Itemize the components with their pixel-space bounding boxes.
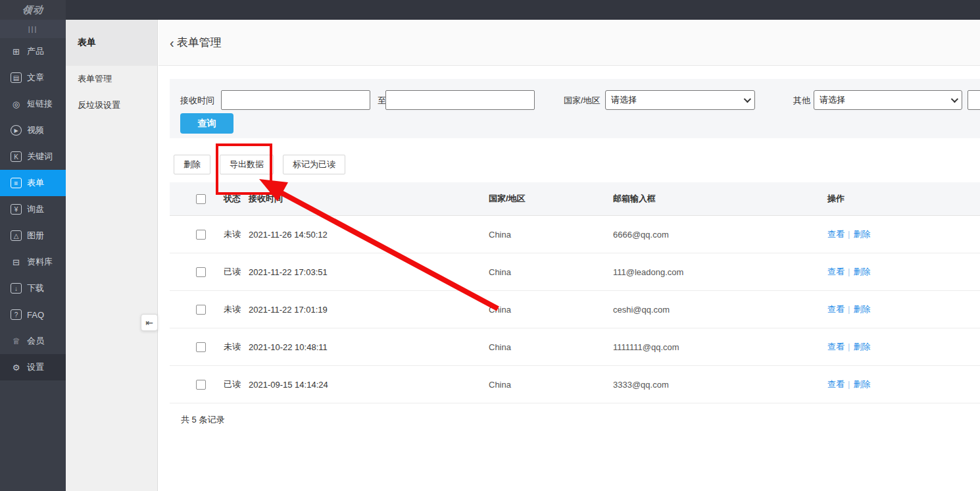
sidebar-item-downloads[interactable]: ↓ 下载	[0, 275, 66, 301]
link-separator: |	[848, 267, 850, 276]
email-cell: 3333@qq.com	[613, 380, 827, 390]
delete-link[interactable]: 删除	[853, 379, 870, 389]
form-clipboard-icon: ≡	[11, 178, 22, 188]
other-select-value: 请选择	[820, 94, 946, 106]
sidebar-item-inquiries[interactable]: ¥ 询盘	[0, 196, 66, 222]
sidebar-item-articles[interactable]: ▤ 文章	[0, 65, 66, 91]
time-cell: 2021-11-26 14:50:12	[249, 230, 489, 240]
country-cell: China	[489, 342, 613, 352]
header-status: 状态	[224, 193, 249, 205]
sidebar-item-library[interactable]: ⊟ 资料库	[0, 249, 66, 275]
sidebar-item-keywords[interactable]: K 关键词	[0, 143, 66, 170]
chevron-down-icon	[951, 95, 958, 103]
country-select[interactable]: 请选择	[605, 90, 755, 110]
view-link[interactable]: 查看	[827, 304, 845, 314]
sidebar-item-label: 关键词	[27, 151, 53, 163]
crown-icon: ♕	[11, 336, 22, 347]
row-checkbox[interactable]	[196, 267, 206, 277]
logo[interactable]: 领动	[0, 0, 66, 20]
sidebar-item-settings[interactable]: ⚙ 设置	[0, 354, 66, 380]
mark-as-read-button[interactable]: 标记为已读	[283, 155, 345, 174]
receive-time-end-input[interactable]	[385, 90, 535, 110]
sidebar-item-label: 短链接	[27, 98, 53, 110]
header-email: 邮箱输入框	[613, 193, 827, 205]
view-link[interactable]: 查看	[827, 267, 845, 276]
receive-time-start-input[interactable]	[221, 90, 370, 110]
time-cell: 2021-11-22 17:01:19	[249, 305, 489, 315]
submenu-panel: 表单 表单管理 反垃圾设置	[66, 20, 158, 491]
link-separator: |	[848, 379, 850, 389]
time-cell: 2021-10-22 10:48:11	[249, 342, 489, 352]
submenu-item-antispam-settings[interactable]: 反垃圾设置	[66, 92, 157, 118]
album-image-icon: △	[11, 230, 22, 241]
header-receive-time: 接收时间	[249, 193, 489, 205]
view-link[interactable]: 查看	[827, 379, 845, 389]
country-cell: China	[489, 305, 613, 315]
sidebar-item-products[interactable]: ⊞ 产品	[0, 38, 66, 65]
header-country: 国家/地区	[489, 193, 613, 205]
collapse-bars-icon: |||	[28, 25, 38, 33]
status-cell: 未读	[224, 341, 249, 353]
sidebar-item-label: 询盘	[27, 203, 44, 215]
submenu-fold-button[interactable]: ⇤	[141, 314, 158, 331]
filter-section: 接收时间 至 国家/地区 请选择 其他 请选择 查询	[170, 79, 980, 138]
page-title: 表单管理	[177, 35, 222, 50]
status-cell: 未读	[224, 303, 249, 315]
sidebar-collapse-toggle[interactable]: |||	[0, 20, 66, 38]
library-icon: ⊟	[11, 257, 22, 268]
inquiry-icon: ¥	[11, 204, 22, 215]
email-cell: 1111111@qq.com	[613, 342, 827, 352]
table-row: 已读 2021-11-22 17:03:51 China 111@leadong…	[170, 253, 980, 291]
edge-cutoff-input[interactable]	[968, 90, 980, 110]
select-all-checkbox[interactable]	[196, 194, 206, 204]
delete-link[interactable]: 删除	[853, 267, 870, 276]
video-play-icon: ▶	[11, 125, 22, 136]
table-row: 未读 2021-11-22 17:01:19 China ceshi@qq.co…	[170, 291, 980, 328]
row-checkbox[interactable]	[196, 380, 206, 390]
email-cell: 111@leadong.com	[613, 267, 827, 277]
sidebar-item-forms[interactable]: ≡ 表单	[0, 170, 66, 196]
email-cell: ceshi@qq.com	[613, 305, 827, 315]
table-row: 未读 2021-11-26 14:50:12 China 6666@qq.com…	[170, 216, 980, 253]
delete-link[interactable]: 删除	[853, 229, 870, 239]
link-separator: |	[848, 229, 850, 239]
sidebar-item-albums[interactable]: △ 图册	[0, 222, 66, 249]
view-link[interactable]: 查看	[827, 229, 845, 239]
view-link[interactable]: 查看	[827, 342, 845, 351]
sidebar-item-shortlinks[interactable]: ◎ 短链接	[0, 91, 66, 117]
sidebar-item-videos[interactable]: ▶ 视频	[0, 117, 66, 143]
delete-link[interactable]: 删除	[853, 304, 870, 314]
status-cell: 已读	[224, 378, 249, 390]
short-link-icon: ◎	[11, 99, 22, 110]
row-checkbox[interactable]	[196, 230, 206, 240]
article-icon: ▤	[11, 72, 22, 83]
submenu-item-form-management[interactable]: 表单管理	[66, 66, 157, 92]
sidebar: ||| ⊞ 产品 ▤ 文章 ◎ 短链接 ▶ 视频 K 关键词 ≡ 表单 ¥ 询盘	[0, 20, 66, 491]
header-operations: 操作	[827, 193, 980, 205]
topbar: 领动	[0, 0, 980, 20]
other-select[interactable]: 请选择	[814, 90, 962, 110]
products-grid-icon: ⊞	[11, 46, 22, 57]
export-data-button[interactable]: 导出数据	[220, 155, 274, 174]
app-window: 领动 ||| ⊞ 产品 ▤ 文章 ◎ 短链接 ▶ 视频 K 关键词 ≡ 表单	[0, 0, 980, 491]
chevron-down-icon	[744, 95, 751, 103]
sidebar-item-label: 图册	[27, 230, 44, 242]
row-checkbox[interactable]	[196, 305, 206, 315]
row-checkbox[interactable]	[196, 342, 206, 352]
sidebar-item-faq[interactable]: ? FAQ	[0, 301, 66, 328]
question-icon: ?	[11, 309, 22, 320]
sidebar-item-members[interactable]: ♕ 会员	[0, 328, 66, 354]
search-button[interactable]: 查询	[180, 113, 233, 134]
delete-link[interactable]: 删除	[853, 342, 870, 351]
back-chevron-icon[interactable]: ‹	[170, 36, 174, 49]
submenu-title: 表单	[66, 20, 157, 66]
email-cell: 6666@qq.com	[613, 230, 827, 240]
delete-button[interactable]: 删除	[174, 155, 210, 174]
keyword-icon: K	[11, 151, 22, 162]
time-cell: 2021-11-22 17:03:51	[249, 267, 489, 277]
sidebar-item-label: 设置	[27, 361, 44, 373]
sidebar-item-label: 视频	[27, 124, 44, 136]
country-cell: China	[489, 267, 613, 277]
country-region-label: 国家/地区	[564, 95, 600, 107]
table-row: 未读 2021-10-22 10:48:11 China 1111111@qq.…	[170, 328, 980, 366]
